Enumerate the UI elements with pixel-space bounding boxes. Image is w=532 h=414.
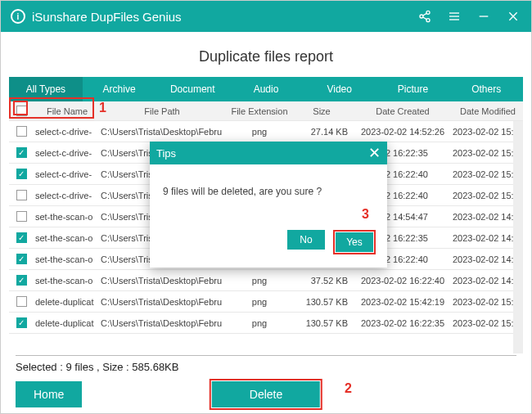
table-header: File Name File Path File Extension Size … — [9, 101, 523, 121]
cell-name: select-c-drive- — [34, 127, 101, 137]
cell-modified: 2023-02-02 15:51:3 — [453, 191, 513, 200]
cell-modified: 2023-02-02 15:51:3 — [453, 127, 513, 137]
cell-name: select-c-drive- — [34, 169, 101, 179]
col-date-created[interactable]: Date Created — [353, 106, 453, 116]
table-row[interactable]: ✓delete-duplicatC:\Users\Trista\Desktop\… — [9, 313, 513, 334]
cell-name: set-the-scan-o — [34, 276, 101, 286]
yes-button[interactable]: Yes — [336, 232, 373, 252]
cell-modified: 2023-02-02 14:54:4 — [453, 254, 513, 264]
annotation-3: 3 — [362, 207, 369, 222]
cell-size: 130.57 KB — [295, 297, 353, 307]
delete-button[interactable]: Delete — [212, 381, 320, 407]
row-checkbox[interactable] — [16, 296, 27, 307]
dialog-title: Tips — [156, 147, 176, 160]
row-checkbox[interactable]: ✓ — [16, 232, 27, 243]
status-text: Selected : 9 files , Size : 585.68KB — [9, 358, 523, 373]
home-button[interactable]: Home — [16, 381, 82, 407]
page-title: Duplicate files report — [9, 48, 523, 65]
check-all[interactable] — [16, 106, 27, 116]
cell-created: 2023-02-02 14:52:26 — [353, 127, 453, 137]
cell-created: 2023-02-02 15:42:19 — [353, 297, 453, 307]
minimize-icon[interactable] — [476, 8, 492, 25]
confirm-dialog: Tips ✕ 9 files will be deleted, are you … — [150, 142, 387, 268]
no-button[interactable]: No — [287, 230, 325, 250]
cell-path: C:\Users\Trista\Desktop\Febru — [101, 276, 223, 286]
cell-modified: 2023-02-02 15:52:2 — [453, 297, 513, 307]
cell-modified: 2023-02-02 15:51:3 — [453, 148, 513, 158]
cell-modified: 2023-02-02 15:52:2 — [453, 318, 513, 328]
annotation-1: 1 — [99, 101, 106, 115]
row-checkbox[interactable] — [16, 126, 27, 137]
table-row[interactable]: ✓set-the-scan-oC:\Users\Trista\Desktop\F… — [9, 270, 513, 291]
table-row[interactable]: delete-duplicatC:\Users\Trista\Desktop\F… — [9, 291, 513, 313]
cell-name: delete-duplicat — [34, 297, 101, 307]
cell-size: 27.14 KB — [295, 127, 353, 137]
close-icon[interactable] — [505, 8, 521, 25]
svg-point-1 — [420, 15, 423, 18]
col-size[interactable]: Size — [295, 106, 353, 116]
row-checkbox[interactable]: ✓ — [16, 254, 27, 264]
cell-ext: png — [223, 276, 295, 286]
cell-created: 2023-02-02 16:22:35 — [353, 318, 453, 328]
tab-others[interactable]: Others — [449, 77, 523, 101]
tab-all-types[interactable]: All Types — [9, 77, 83, 101]
cell-name: select-c-drive- — [34, 148, 101, 158]
row-checkbox[interactable]: ✓ — [16, 275, 27, 286]
cell-modified: 2023-02-02 14:54:4 — [453, 212, 513, 222]
type-tabs: All TypesArchiveDocumentAudioVideoPictur… — [9, 77, 523, 101]
cell-path: C:\Users\Trista\Desktop\Febru — [101, 297, 223, 307]
cell-modified: 2023-02-02 14:54:4 — [453, 276, 513, 286]
cell-name: select-c-drive- — [34, 191, 101, 200]
tab-archive[interactable]: Archive — [83, 77, 156, 101]
row-checkbox[interactable] — [16, 211, 27, 222]
row-checkbox[interactable] — [16, 190, 27, 200]
svg-point-0 — [426, 11, 430, 14]
cell-name: set-the-scan-o — [34, 233, 101, 243]
row-checkbox[interactable]: ✓ — [16, 169, 27, 179]
app-title: iSunshare DupFiles Genius — [32, 10, 417, 24]
scrollbar-thumb[interactable] — [513, 121, 523, 195]
cell-name: delete-duplicat — [34, 318, 101, 328]
cell-name: set-the-scan-o — [34, 254, 101, 264]
cell-ext: png — [223, 297, 295, 307]
tab-audio[interactable]: Audio — [229, 77, 303, 101]
tab-document[interactable]: Document — [156, 77, 229, 101]
svg-point-2 — [426, 19, 430, 22]
cell-ext: png — [223, 318, 295, 328]
tab-picture[interactable]: Picture — [376, 77, 450, 101]
svg-line-4 — [423, 17, 427, 20]
annotation-2: 2 — [345, 381, 352, 396]
cell-path: C:\Users\Trista\Desktop\Febru — [101, 127, 223, 137]
table-row[interactable]: select-c-drive-C:\Users\Trista\Desktop\F… — [9, 121, 513, 142]
dialog-close-icon[interactable]: ✕ — [368, 144, 381, 162]
cell-size: 37.52 KB — [295, 276, 353, 286]
app-logo-icon: i — [11, 9, 25, 24]
cell-path: C:\Users\Trista\Desktop\Febru — [101, 318, 223, 328]
menu-icon[interactable] — [446, 8, 462, 25]
cell-modified: 2023-02-02 15:51:3 — [453, 169, 513, 179]
titlebar: i iSunshare DupFiles Genius — [1, 1, 531, 32]
col-file-path[interactable]: File Path — [101, 106, 223, 116]
col-file-ext[interactable]: File Extension — [223, 106, 295, 116]
col-date-modified[interactable]: Date Modified — [453, 106, 523, 116]
dialog-message: 9 files will be deleted, are you sure ? — [150, 164, 387, 200]
tab-video[interactable]: Video — [303, 77, 376, 101]
cell-created: 2023-02-02 16:22:40 — [353, 276, 453, 286]
row-checkbox[interactable]: ✓ — [16, 147, 27, 158]
share-icon[interactable] — [417, 8, 433, 25]
cell-modified: 2023-02-02 14:54:4 — [453, 233, 513, 243]
cell-ext: png — [223, 127, 295, 137]
svg-line-3 — [423, 13, 427, 16]
cell-size: 130.57 KB — [295, 318, 353, 328]
cell-name: set-the-scan-o — [34, 212, 101, 222]
col-file-name[interactable]: File Name — [34, 106, 101, 116]
row-checkbox[interactable]: ✓ — [16, 317, 27, 328]
